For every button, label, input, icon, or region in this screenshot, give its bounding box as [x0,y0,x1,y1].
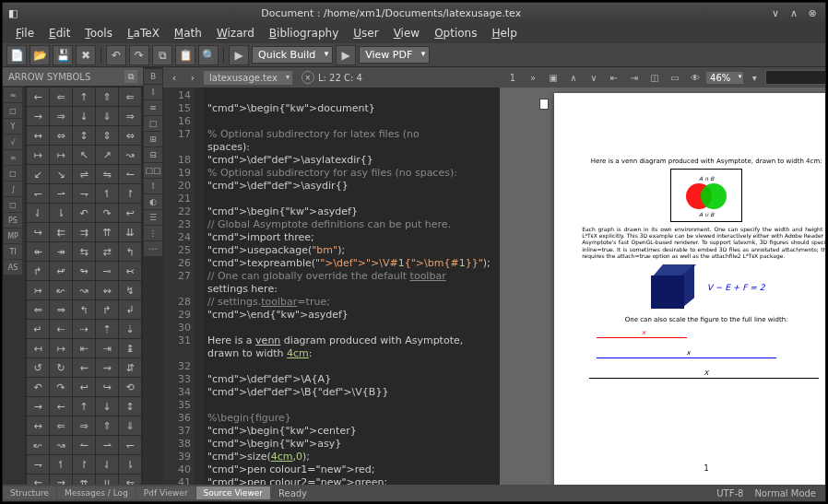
symbol-cell[interactable]: ↰ [119,242,141,261]
next-doc-button[interactable]: › [185,72,200,84]
symbol-cell[interactable]: ↲ [119,300,141,319]
format-button-11[interactable]: ⋯ [144,241,162,256]
symbol-cell[interactable]: ↪ [96,378,118,396]
symbol-cell[interactable]: ↠ [50,242,72,261]
copy-button[interactable]: ⧉ [152,45,172,65]
symbol-cell[interactable]: ⇣ [119,320,141,338]
symbol-cell[interactable]: → [27,397,49,416]
save-button[interactable]: 💾 [53,45,73,65]
symbol-cell[interactable]: ⇓ [119,416,141,435]
build-mode-select[interactable]: Quick Build [252,46,333,64]
symbol-cell[interactable]: ↣ [27,281,49,299]
symbol-cell[interactable]: ⇆ [73,242,95,261]
symbol-cell[interactable]: ⇕ [96,126,118,145]
symbol-cell[interactable]: ↜ [27,436,49,454]
symbol-cell[interactable]: ⇒ [73,416,95,435]
palette-popout-button[interactable]: ⧉ [124,70,137,83]
symbol-cell[interactable]: ⇄ [96,242,118,261]
status-tab-source-viewer[interactable]: Source Viewer [196,486,270,499]
symbol-cell[interactable]: ↭ [96,281,118,299]
code-area[interactable]: "cmd">\begin{"kw">document}% Optional su… [204,88,500,485]
palette-category-9[interactable]: MP [4,229,22,243]
fit-width-button[interactable]: ⇤ [605,69,623,86]
format-button-4[interactable]: ⊞ [144,132,162,147]
undo-button[interactable]: ↶ [106,45,126,65]
menu-user[interactable]: User [346,25,385,41]
play-button[interactable]: ▶ [229,45,249,65]
symbol-cell[interactable]: ↓ [73,107,95,125]
palette-category-7[interactable]: □ [4,197,22,212]
format-button-1[interactable]: I [144,85,162,100]
code-editor[interactable]: 1415161718192021222324252627282930313233… [163,88,500,485]
scroll-up-button[interactable]: ∧ [564,69,583,86]
prev-doc-button[interactable]: ‹ [167,72,182,84]
symbol-cell[interactable]: ↷ [50,378,72,396]
symbol-cell[interactable]: ⇓ [96,107,118,125]
symbol-cell[interactable]: ↔ [27,126,49,145]
symbol-cell[interactable]: ⇑ [96,416,118,435]
symbol-cell[interactable]: ↗ [96,146,118,164]
symbol-cell[interactable]: ↽ [27,184,49,203]
symbol-cell[interactable]: ⇢ [73,320,95,338]
symbol-cell[interactable]: ⇌ [73,165,95,183]
new-file-button[interactable]: 📄 [6,45,27,65]
symbol-cell[interactable]: ⇁ [27,455,49,474]
symbol-cell[interactable]: ⇊ [119,223,141,241]
fit-page-button[interactable]: ⇥ [625,69,644,86]
palette-category-0[interactable]: ≡ [4,88,22,102]
symbol-cell[interactable]: ↷ [96,204,118,222]
format-button-5[interactable]: ⊟ [144,147,162,162]
symbol-cell[interactable]: ↑ [73,88,95,106]
symbol-cell[interactable]: ↘ [50,165,72,183]
symbol-cell[interactable]: ↼ [73,436,95,454]
zoom-select[interactable]: 46% [706,72,743,84]
palette-category-1[interactable]: □ [4,103,22,118]
close-button[interactable]: ⊗ [805,6,820,20]
menu-help[interactable]: Help [484,25,524,41]
symbol-cell[interactable]: ⇚ [27,300,49,319]
menu-wizard[interactable]: Wizard [209,25,262,41]
format-button-7[interactable]: I [144,179,162,193]
minimize-button[interactable]: ∨ [768,6,783,20]
symbol-cell[interactable]: ↱ [27,262,49,280]
symbol-cell[interactable]: ← [50,397,72,416]
palette-category-11[interactable]: AS [4,260,22,275]
menu-tools[interactable]: Tools [77,25,120,41]
symbol-cell[interactable]: ↿ [50,455,72,474]
symbol-cell[interactable]: ↰ [73,300,95,319]
symbol-cell[interactable]: ↿ [96,184,118,203]
symbol-cell[interactable]: ↶ [27,378,49,396]
find-button[interactable]: 🔍 [198,45,219,65]
page-up-button[interactable]: ▣ [544,69,562,86]
symbol-cell[interactable]: ↢ [119,262,141,280]
continuous-button[interactable]: ▭ [666,69,684,86]
status-tab-structure[interactable]: Structure [3,486,56,499]
symbol-cell[interactable]: ↩ [73,378,95,396]
symbol-cell[interactable]: ⇈ [96,223,118,241]
symbol-cell[interactable]: ⇐ [119,88,141,106]
symbol-cell[interactable]: ⇂ [50,204,72,222]
symbol-cell[interactable]: ⇒ [119,107,141,125]
symbol-cell[interactable]: ↶ [73,204,95,222]
view-button[interactable]: ▶ [336,45,356,65]
symbol-cell[interactable]: ↪ [27,223,49,241]
symbol-cell[interactable]: ⇐ [50,88,72,106]
symbol-cell[interactable]: ↱ [96,300,118,319]
symbol-cell[interactable]: ↜ [50,281,72,299]
symbol-cell[interactable]: ↔ [27,416,49,435]
format-button-9[interactable]: ☰ [144,210,162,225]
status-tab-messages-log[interactable]: Messages / Log [57,486,136,499]
symbol-cell[interactable]: ⇤ [73,339,95,357]
symbol-cell[interactable]: ⇇ [50,223,72,241]
symbol-cell[interactable]: ↻ [50,358,72,377]
symbol-cell[interactable]: ⇔ [50,126,72,145]
symbol-cell[interactable]: ⇁ [73,184,95,203]
next-page-button[interactable]: » [524,69,542,86]
document-select[interactable]: latexusage.tex [204,71,292,85]
maximize-button[interactable]: ∧ [787,6,801,20]
symbol-cell[interactable]: ⇇ [27,475,49,485]
palette-category-6[interactable]: ∫ [4,182,22,196]
symbol-cell[interactable]: ⇉ [50,475,72,485]
symbol-cell[interactable]: ⇠ [50,320,72,338]
format-button-0[interactable]: B [144,69,162,84]
